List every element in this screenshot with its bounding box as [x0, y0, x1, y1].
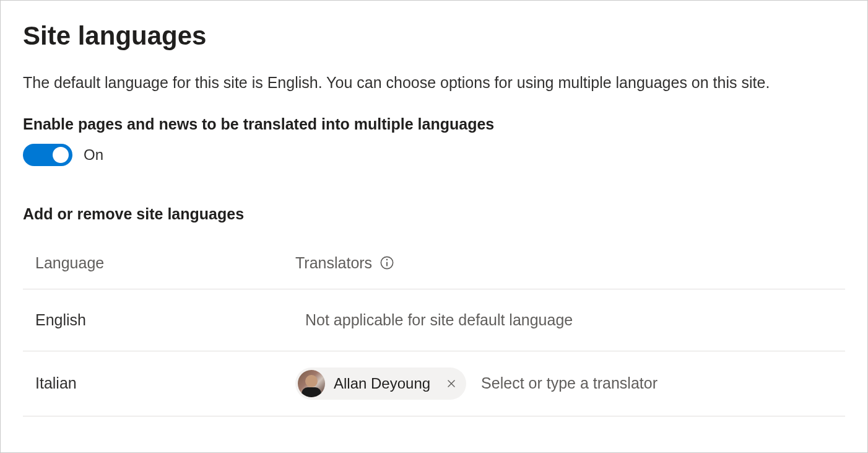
language-name-english: English [35, 309, 295, 331]
avatar [298, 370, 325, 397]
language-translators-italian: Allan Deyoung [295, 367, 845, 400]
info-icon[interactable] [380, 255, 394, 270]
column-header-translators-text: Translators [295, 252, 372, 274]
site-languages-panel: Site languages The default language for … [0, 0, 868, 453]
languages-table: Language Translators English Not applica… [23, 242, 845, 416]
translator-chip[interactable]: Allan Deyoung [295, 367, 466, 400]
translator-input[interactable] [481, 374, 741, 392]
page-description: The default language for this site is En… [23, 72, 845, 94]
language-name-italian: Italian [35, 372, 295, 394]
translation-toggle-state: On [84, 144, 103, 165]
languages-section-title: Add or remove site languages [23, 203, 845, 225]
languages-header-row: Language Translators [23, 242, 845, 289]
language-row-english: English Not applicable for site default … [23, 289, 845, 351]
translator-chip-name: Allan Deyoung [334, 373, 430, 394]
translation-toggle[interactable] [23, 144, 72, 166]
translation-toggle-label: Enable pages and news to be translated i… [23, 113, 845, 135]
language-translators-english: Not applicable for site default language [295, 309, 845, 331]
remove-translator-button[interactable] [443, 375, 460, 392]
page-title: Site languages [23, 18, 845, 55]
toggle-knob [53, 147, 69, 163]
default-language-note: Not applicable for site default language [305, 309, 573, 331]
language-row-italian: Italian Allan Deyoung [23, 351, 845, 416]
column-header-translators: Translators [295, 252, 845, 274]
translation-toggle-row: On [23, 144, 845, 166]
svg-point-2 [386, 259, 388, 260]
column-header-language: Language [35, 252, 295, 274]
